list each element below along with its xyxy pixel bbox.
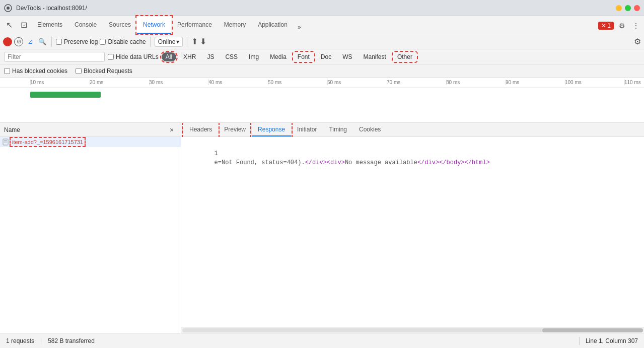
record-button[interactable] <box>3 37 12 46</box>
filter-xhr-button[interactable]: XHR <box>179 52 200 61</box>
has-blocked-cookies-label: Has blocked cookies <box>12 67 67 75</box>
tab-preview[interactable]: Preview <box>218 123 252 136</box>
tab-initiator[interactable]: Initiator <box>291 123 323 136</box>
ruler-mark-10ms: 10 ms <box>30 80 90 85</box>
filter-font-button[interactable]: Font <box>294 52 314 61</box>
tabbar: ↖ ⊡ Elements Console Sources Network Per… <box>0 16 644 34</box>
tab-application[interactable]: Application <box>252 17 294 34</box>
tab-elements[interactable]: Elements <box>31 17 68 34</box>
close-panel-button[interactable]: × <box>167 125 177 135</box>
svg-point-1 <box>7 7 10 10</box>
statusbar: 1 requests | 582 B transferred Line 1, C… <box>0 333 644 348</box>
search-button[interactable]: 🔍 <box>37 37 47 47</box>
filter-manifest-button[interactable]: Manifest <box>360 52 390 61</box>
ruler-mark-20ms: 20 ms <box>90 80 149 85</box>
filter-doc-button[interactable]: Doc <box>317 52 335 61</box>
filter-ws-button[interactable]: WS <box>338 52 356 61</box>
tab-more[interactable]: » <box>294 21 305 34</box>
network-settings-button[interactable]: ⚙ <box>634 37 641 46</box>
has-blocked-cookies-checkbox[interactable]: Has blocked cookies <box>4 67 67 75</box>
tab-performance[interactable]: Performance <box>171 17 218 34</box>
filter-img-button[interactable]: Img <box>245 52 263 61</box>
network-row[interactable]: item-add?_=159616171573​1 <box>0 137 181 147</box>
ruler-mark-110ms: 110 ms <box>624 80 644 85</box>
preserve-log-checkbox[interactable]: Preserve log <box>56 38 98 45</box>
gear-icon: ⚙ <box>619 22 625 30</box>
tab-network[interactable]: Network <box>137 17 171 34</box>
close-button[interactable] <box>634 5 640 11</box>
tab-device[interactable]: ⊡ <box>17 17 31 34</box>
cursor-position: Line 1, Column 307 <box>586 337 638 344</box>
toolbar-separator-3 <box>187 37 187 47</box>
filter-button[interactable]: ⊿ <box>25 37 35 47</box>
filter-media-button[interactable]: Media <box>266 52 291 61</box>
filterbar: Hide data URLs All XHR JS CSS Img Media … <box>0 49 644 64</box>
toolbar-separator-1 <box>51 37 52 47</box>
ruler-mark-30ms: 30 ms <box>149 80 208 85</box>
ruler-mark-70ms: 70 ms <box>387 80 446 85</box>
network-toolbar: ⊘ ⊿ 🔍 Preserve log Disable cache Online … <box>0 34 644 49</box>
name-column-label: Name <box>4 126 20 133</box>
export-button[interactable]: ⬇ <box>200 37 206 46</box>
filter-other-button[interactable]: Other <box>393 52 416 61</box>
filter-js-button[interactable]: JS <box>203 52 218 61</box>
tab-memory[interactable]: Memory <box>218 17 252 34</box>
window-controls <box>616 5 640 11</box>
online-label: Online <box>158 38 176 45</box>
maximize-button[interactable] <box>625 5 631 11</box>
gear-icon: ⚙ <box>634 37 641 46</box>
error-badge[interactable]: ✕ 1 <box>598 22 614 30</box>
filter-icon: ⊿ <box>28 38 33 45</box>
scrollbar-track <box>182 328 643 332</box>
disable-cache-checkbox[interactable]: Disable cache <box>100 38 146 45</box>
tab-console[interactable]: Console <box>68 17 103 34</box>
timeline-green-bar <box>30 92 101 98</box>
hide-data-urls-label: Hide data URLs <box>116 53 159 60</box>
scrollbar-thumb[interactable] <box>542 328 643 332</box>
more-options-button[interactable]: ⋮ <box>630 20 642 32</box>
right-panel: Headers Preview Response Initiator Timin… <box>181 123 644 333</box>
filter-input[interactable] <box>4 52 105 62</box>
throttle-select[interactable]: Online ▾ <box>155 37 183 47</box>
import-button[interactable]: ⬆ <box>191 37 198 46</box>
ruler-mark-100ms: 100 ms <box>565 80 624 85</box>
statusbar-divider <box>579 337 580 345</box>
ban-icon: ⊘ <box>17 38 21 45</box>
filter-all-button[interactable]: All <box>162 52 176 61</box>
upload-icon: ⬆ <box>191 37 198 46</box>
disable-cache-label: Disable cache <box>108 38 146 45</box>
preserve-log-input[interactable] <box>56 39 62 45</box>
preserve-log-label: Preserve log <box>64 38 98 45</box>
tab-timing[interactable]: Timing <box>323 123 353 136</box>
tab-headers[interactable]: Headers <box>183 123 218 136</box>
transferred-size: 582 B transferred <box>48 337 95 344</box>
tab-cursor[interactable]: ↖ <box>2 17 17 34</box>
settings-button[interactable]: ⚙ <box>616 20 628 32</box>
filter-css-button[interactable]: CSS <box>221 52 242 61</box>
tab-cookies[interactable]: Cookies <box>353 123 387 136</box>
tab-sources[interactable]: Sources <box>103 17 137 34</box>
download-icon: ⬇ <box>200 37 206 46</box>
ruler-mark-80ms: 80 ms <box>446 80 506 85</box>
statusbar-separator: | <box>40 337 42 344</box>
response-content: 1 e=Not Found, status=404).</div><div>No… <box>181 137 644 327</box>
horizontal-scrollbar[interactable] <box>181 327 644 333</box>
minimize-button[interactable] <box>616 5 622 11</box>
response-line-1: 1 e=Not Found, status=404).</div><div>No… <box>185 140 640 176</box>
hide-data-urls-checkbox[interactable]: Hide data URLs <box>108 53 159 60</box>
blocked-requests-label: Blocked Requests <box>84 67 132 75</box>
right-tabs: Headers Preview Response Initiator Timin… <box>181 123 644 137</box>
main-area: Name × item-add?_=159616171573​1 Headers… <box>0 123 644 333</box>
hide-data-urls-input[interactable] <box>108 54 114 60</box>
disable-cache-input[interactable] <box>100 39 106 45</box>
devtools-logo-icon <box>4 4 12 12</box>
blocked-requests-input[interactable] <box>76 68 82 74</box>
left-panel-header: Name × <box>0 123 181 137</box>
tab-response[interactable]: Response <box>252 123 291 136</box>
blocked-requests-checkbox[interactable]: Blocked Requests <box>76 67 132 75</box>
titlebar: DevTools - localhost:8091/ <box>0 0 644 16</box>
has-blocked-cookies-input[interactable] <box>4 68 10 74</box>
close-icon: × <box>170 126 174 134</box>
clear-button[interactable]: ⊘ <box>14 37 23 46</box>
error-count: 1 <box>607 22 611 29</box>
